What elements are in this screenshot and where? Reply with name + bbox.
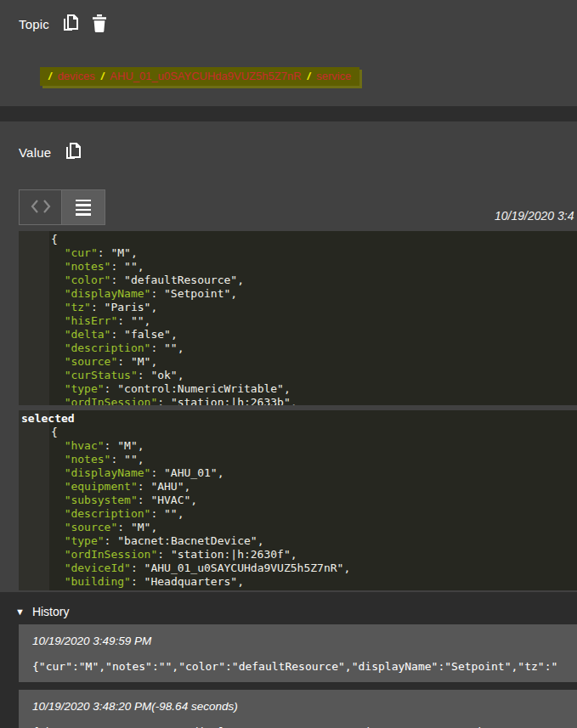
copy-value-button[interactable] — [65, 142, 82, 163]
json-colon: : — [98, 246, 111, 259]
code-line: "curStatus": "ok", — [19, 369, 577, 382]
delete-topic-button[interactable] — [92, 14, 107, 35]
json-colon: : — [117, 355, 131, 368]
json-key: "tz" — [65, 301, 91, 313]
json-colon: : — [138, 480, 151, 493]
json-value: "M", — [131, 521, 157, 533]
json-colon: : — [117, 314, 131, 327]
copy-icon — [65, 142, 82, 163]
history-title: History — [32, 605, 70, 618]
code-line: "ordInSession": "station:|h:2633b", — [19, 396, 577, 405]
json-key: "description" — [65, 507, 151, 520]
list-view-button[interactable] — [62, 190, 105, 224]
code-line: "hisErr": "", — [19, 314, 577, 328]
code-line: "source": "M", — [19, 355, 577, 369]
json-brace: { — [51, 426, 58, 438]
json-key: "equipment" — [65, 480, 138, 493]
topic-title: Topic — [19, 17, 49, 31]
json-value: "defaultResource", — [124, 274, 244, 286]
path-separator: / — [308, 70, 311, 82]
json-key: "ordInSession" — [65, 548, 158, 561]
json-key: "description" — [65, 341, 151, 354]
json-colon: : — [110, 453, 124, 466]
json-value: "", — [124, 453, 144, 466]
json-value: "M", — [110, 589, 137, 590]
code-line: "source": "M", — [19, 521, 577, 534]
json-colon: : — [110, 274, 124, 286]
json-colon: : — [105, 534, 118, 547]
json-key: "subsystem" — [65, 494, 138, 506]
path-segment-device-id[interactable]: AHU_01_u0SAYCUHda9VUZ5h5Z7nR — [110, 70, 301, 82]
code-line: "hvac": "M", — [19, 439, 577, 453]
json-key: "hvac" — [65, 439, 105, 452]
code-line: "ahu": "M", — [19, 589, 577, 590]
json-key: "delta" — [65, 328, 111, 341]
code-line: "description": "", — [19, 507, 577, 521]
value-title: Value — [19, 145, 51, 160]
selected-label: selected — [19, 412, 577, 426]
history-entry[interactable]: 10/19/2020 3:49:59 PM {"cur":"M","notes"… — [19, 624, 577, 682]
history-section: ▼ History 10/19/2020 3:49:59 PM {"cur":"… — [0, 592, 577, 728]
topic-header: Topic — [19, 14, 107, 35]
json-key: "curStatus" — [65, 369, 138, 381]
history-entry-payload: {"cur":"M","notes":"","color":"defaultRe… — [32, 660, 577, 673]
json-colon: : — [105, 439, 118, 452]
json-code: {"cur": "M","notes": "","color": "defaul… — [19, 231, 577, 405]
code-line: "deviceId": "AHU_01_u0SAYCUHda9VUZ5h5Z7n… — [19, 562, 577, 575]
json-key: "notes" — [65, 260, 111, 273]
code-line: "ordInSession": "station:|h:2630f", — [19, 548, 577, 562]
copy-topic-button[interactable] — [62, 14, 79, 35]
code-line: "notes": "", — [19, 260, 577, 274]
json-colon: : — [150, 507, 164, 520]
json-value: "HVAC", — [150, 494, 197, 506]
json-value: "Headquarters", — [144, 575, 244, 588]
json-value: "ok", — [150, 369, 184, 381]
json-value: "M", — [110, 246, 137, 259]
json-value: "false", — [124, 328, 178, 341]
current-value-json[interactable]: {"cur": "M","notes": "","color": "defaul… — [19, 231, 577, 405]
path-separator: / — [101, 70, 105, 82]
json-colon: : — [150, 287, 164, 300]
json-colon: : — [110, 328, 124, 341]
code-line: "type": "bacnet:BacnetDevice", — [19, 534, 577, 548]
json-key: "displayName" — [65, 287, 151, 300]
path-segment-devices[interactable]: devices — [58, 70, 95, 82]
path-separator: / — [48, 70, 52, 82]
value-timestamp: 10/19/2020 3:4 — [495, 209, 574, 223]
json-key: "displayName" — [65, 466, 151, 479]
selected-value-json[interactable]: selected {"hvac": "M","notes": "","displ… — [19, 410, 577, 590]
value-header: Value — [19, 142, 82, 163]
json-value: "AHU_01", — [164, 466, 223, 479]
json-value: "AHU_01_u0SAYCUHda9VUZ5h5Z7nR", — [144, 562, 351, 574]
path-segment-service[interactable]: service — [316, 70, 351, 82]
json-key: "ahu" — [65, 589, 98, 590]
json-value: "M", — [131, 355, 157, 368]
history-entry-timestamp: 10/19/2020 3:49:59 PM — [32, 635, 151, 647]
json-key: "type" — [65, 382, 105, 395]
json-colon: : — [131, 562, 144, 574]
history-entry[interactable]: 10/19/2020 3:48:20 PM(-98.64 seconds) {"… — [19, 690, 577, 728]
json-value: "", — [124, 260, 144, 273]
json-brace: { — [51, 233, 58, 245]
json-key: "cur" — [65, 246, 98, 259]
json-key: "source" — [65, 521, 118, 533]
code-line: "type": "control:NumericWritable", — [19, 382, 577, 396]
json-colon: : — [150, 466, 164, 479]
code-line: "displayName": "AHU_01", — [19, 466, 577, 480]
json-colon: : — [150, 341, 164, 354]
collapse-caret-icon: ▼ — [15, 607, 25, 617]
topic-path[interactable]: / devices / AHU_01_u0SAYCUHda9VUZ5h5Z7nR… — [40, 67, 359, 86]
history-collapse-toggle[interactable]: ▼ History — [15, 605, 69, 618]
json-colon: : — [105, 382, 118, 395]
json-colon: : — [138, 369, 151, 381]
json-value: "Paris", — [105, 301, 158, 313]
raw-view-button[interactable] — [20, 190, 62, 224]
json-value: "station:|h:2633b", — [171, 396, 297, 405]
code-line: "cur": "M", — [19, 246, 577, 260]
json-key: "color" — [65, 274, 111, 286]
json-key: "deviceId" — [65, 562, 131, 574]
json-colon: : — [157, 548, 171, 561]
json-key: "building" — [65, 575, 131, 588]
json-key: "hisErr" — [65, 314, 118, 327]
json-colon: : — [138, 494, 151, 506]
